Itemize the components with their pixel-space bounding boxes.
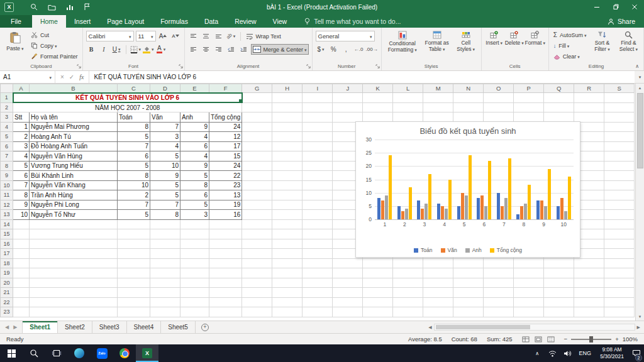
cell-L19[interactable] xyxy=(393,268,423,278)
cell-P23[interactable] xyxy=(514,307,544,317)
cell-K20[interactable] xyxy=(363,278,393,288)
cell-D13[interactable]: 8 xyxy=(150,210,180,220)
cell-H9[interactable] xyxy=(272,171,303,181)
column-header-C[interactable]: C xyxy=(118,84,150,93)
cell-C17[interactable] xyxy=(118,249,150,259)
zoom-slider[interactable] xyxy=(571,339,611,340)
cell-R21[interactable] xyxy=(574,288,604,298)
language-indicator[interactable]: ENG xyxy=(575,350,595,356)
font-size-select[interactable]: 11 xyxy=(136,31,156,41)
row-header-20[interactable]: 20 xyxy=(1,278,13,288)
cell-J18[interactable] xyxy=(333,258,363,268)
align-top-icon[interactable] xyxy=(188,31,199,41)
cell-I9[interactable] xyxy=(303,171,333,181)
cell-S8[interactable] xyxy=(604,161,635,171)
cut-button[interactable]: Cut xyxy=(30,30,79,40)
cell-S10[interactable] xyxy=(604,180,635,190)
cell-Q20[interactable] xyxy=(544,278,574,288)
tab-file[interactable]: File xyxy=(0,15,32,28)
vertical-scroll-thumb[interactable] xyxy=(637,93,643,168)
cell-I23[interactable] xyxy=(303,307,333,317)
paste-button[interactable]: Paste xyxy=(3,30,27,62)
cell-G16[interactable] xyxy=(242,239,272,249)
sheet-tab-sheet5[interactable]: Sheet5 xyxy=(161,321,196,333)
cell-E10[interactable]: 8 xyxy=(180,180,209,190)
cell-E9[interactable]: 5 xyxy=(180,171,209,181)
cell-C5[interactable]: 5 xyxy=(118,132,150,142)
cell-B22[interactable] xyxy=(30,297,118,307)
excel-app-icon[interactable]: X xyxy=(4,3,14,12)
cell-F15[interactable] xyxy=(209,229,242,239)
cell-S9[interactable] xyxy=(604,171,635,181)
cell-C15[interactable] xyxy=(118,229,150,239)
enter-check-icon[interactable]: ✓ xyxy=(69,74,74,80)
underline-button[interactable]: U xyxy=(111,45,122,55)
cell-D4[interactable]: 7 xyxy=(150,122,180,132)
cell-P22[interactable] xyxy=(514,297,544,307)
font-family-select[interactable]: Calibri xyxy=(86,31,134,41)
cell-K23[interactable] xyxy=(363,307,393,317)
format-painter-button[interactable]: Format Painter xyxy=(30,51,79,62)
cell-N2[interactable] xyxy=(453,102,484,112)
cell-H13[interactable] xyxy=(272,210,303,220)
cell-I11[interactable] xyxy=(303,190,333,200)
cell-R23[interactable] xyxy=(574,307,604,317)
cell-D5[interactable]: 3 xyxy=(150,132,180,142)
column-header-P[interactable]: P xyxy=(514,84,544,93)
align-bottom-icon[interactable] xyxy=(213,31,224,41)
cell-E7[interactable]: 4 xyxy=(180,151,209,162)
cell-D7[interactable]: 5 xyxy=(150,151,180,162)
cell-A10[interactable]: 7 xyxy=(13,180,30,190)
fill-color-button[interactable] xyxy=(143,45,154,55)
cell-E15[interactable] xyxy=(180,229,209,239)
cell-H15[interactable] xyxy=(272,229,303,239)
borders-button[interactable] xyxy=(130,45,142,55)
cell-B15[interactable] xyxy=(30,229,118,239)
cell-G6[interactable] xyxy=(242,141,272,151)
column-header-L[interactable]: L xyxy=(393,84,423,93)
cell-I13[interactable] xyxy=(303,210,333,220)
cell-F21[interactable] xyxy=(209,288,242,298)
column-header-B[interactable]: B xyxy=(30,84,118,93)
cell-H8[interactable] xyxy=(272,161,303,171)
cell-S2[interactable] xyxy=(604,102,635,112)
cell-A19[interactable] xyxy=(13,268,30,278)
chart[interactable]: Biểu đồ kết quả tuyển sinh 051015202530 … xyxy=(355,121,580,258)
font-color-button[interactable]: A xyxy=(156,45,167,55)
cell-L18[interactable] xyxy=(393,258,423,268)
row-header-12[interactable]: 12 xyxy=(1,200,13,210)
conditional-formatting-button[interactable]: Conditional Formatting xyxy=(385,30,420,62)
cell-S20[interactable] xyxy=(604,278,635,288)
cell-I20[interactable] xyxy=(303,278,333,288)
cell-B16[interactable] xyxy=(30,239,118,249)
column-header-H[interactable]: H xyxy=(272,84,303,93)
cell-P1[interactable] xyxy=(514,93,544,103)
flag-icon[interactable] xyxy=(84,3,91,11)
cell-B18[interactable] xyxy=(30,258,118,268)
cell-B10[interactable]: Nguyễn Văn Khang xyxy=(30,180,118,190)
cell-H19[interactable] xyxy=(272,268,303,278)
cell-S21[interactable] xyxy=(604,288,635,298)
sheet-tab-sheet4[interactable]: Sheet4 xyxy=(127,321,162,333)
cell-O21[interactable] xyxy=(484,288,514,298)
row-header-10[interactable]: 10 xyxy=(1,180,13,190)
cell-H16[interactable] xyxy=(272,239,303,249)
cell-H12[interactable] xyxy=(272,200,303,210)
cell-A12[interactable]: 9 xyxy=(13,200,30,210)
cell-S11[interactable] xyxy=(604,190,635,200)
percent-style-button[interactable]: % xyxy=(328,45,339,55)
cell-I6[interactable] xyxy=(303,141,333,151)
row-header-17[interactable]: 17 xyxy=(1,249,13,259)
cell-E6[interactable]: 6 xyxy=(180,141,209,151)
autosum-button[interactable]: ΣAutoSum xyxy=(552,30,588,40)
cell-A6[interactable]: 3 xyxy=(13,141,30,151)
cancel-icon[interactable]: × xyxy=(60,74,64,80)
find-select-button[interactable]: Find & Select xyxy=(616,30,640,62)
cell-B8[interactable]: Vương Trung Hiếu xyxy=(30,161,118,171)
formula-input[interactable]: KẾT QUẢ TUYỂN SINH VÀO LỚP 6 xyxy=(89,71,635,83)
row-header-11[interactable]: 11 xyxy=(1,190,13,200)
cell-S15[interactable] xyxy=(604,229,635,239)
cell-K22[interactable] xyxy=(363,297,393,307)
cell-A14[interactable] xyxy=(13,219,30,229)
edge-icon[interactable] xyxy=(68,344,91,362)
